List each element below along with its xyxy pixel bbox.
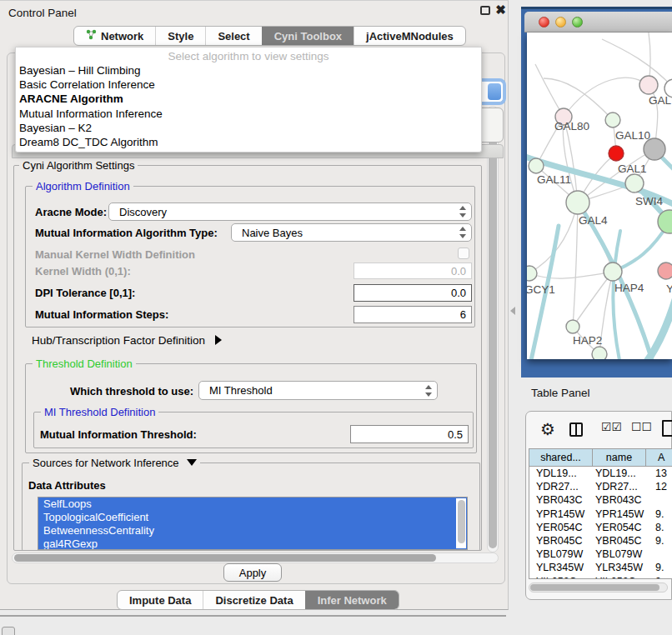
table-cell[interactable]: 12: [646, 480, 672, 493]
table-cell[interactable]: YER054C: [593, 521, 646, 534]
table-cell[interactable]: YIL052C: [593, 575, 646, 580]
data-attribute-item[interactable]: SelfLoops: [38, 498, 467, 511]
table-cell[interactable]: 8.: [646, 521, 672, 534]
mi-algorithm-type-combobox[interactable]: Naive Bayes: [231, 223, 472, 242]
table-cell[interactable]: YER054C: [529, 521, 593, 534]
manual-kernel-checkbox[interactable]: [458, 248, 469, 259]
settings-horizontal-scrollbar[interactable]: [12, 552, 499, 563]
node-gal4[interactable]: [566, 191, 589, 214]
node-green-top[interactable]: [605, 112, 620, 128]
table-row[interactable]: YLR345WYLR345W9.: [529, 561, 672, 574]
node-gcy1[interactable]: [527, 266, 537, 281]
close-traffic-light-icon[interactable]: [539, 17, 549, 28]
table-cell[interactable]: YIL052C: [529, 575, 593, 580]
data-attribute-item[interactable]: TopologicalCoefficient: [38, 511, 467, 524]
close-window-icon[interactable]: ✖: [495, 4, 506, 15]
column-header-partial[interactable]: A: [646, 449, 672, 466]
corner-widget-partial[interactable]: [2, 627, 15, 635]
mi-steps-field[interactable]: 6: [354, 306, 472, 323]
select-all-checkboxes-icon[interactable]: ☑☑: [601, 420, 622, 433]
table-row[interactable]: YER054CYER054C8.: [529, 521, 672, 534]
node-gal10-red[interactable]: [609, 146, 624, 161]
table-cell[interactable]: [646, 493, 672, 507]
table-cell[interactable]: YDL19...: [529, 467, 593, 480]
deselect-all-checkboxes-icon[interactable]: ☐☐: [631, 420, 652, 433]
which-threshold-combobox[interactable]: MI Threshold: [198, 381, 438, 400]
table-cell[interactable]: YDL19...: [593, 467, 646, 480]
data-attribute-item[interactable]: gal4RGexp: [38, 538, 467, 550]
tab-cyni-toolbox[interactable]: Cyni Toolbox: [262, 27, 354, 45]
table-row[interactable]: YDL19...YDL19...13: [529, 467, 672, 480]
gear-icon[interactable]: ⚙: [540, 419, 555, 439]
table-cell[interactable]: YDR27...: [529, 480, 593, 493]
column-header-name[interactable]: name: [593, 449, 646, 466]
attributes-list-scrollbar[interactable]: [456, 498, 466, 548]
tab-network[interactable]: Network: [74, 27, 155, 45]
kernel-width-field[interactable]: 0.0: [354, 262, 472, 279]
table-cell[interactable]: YBR043C: [529, 493, 593, 507]
scrollbar-thumb[interactable]: [489, 108, 497, 548]
settings-vertical-scrollbar[interactable]: [487, 106, 499, 552]
scrollbar-thumb[interactable]: [530, 584, 659, 591]
table-row[interactable]: YBR043CYBR043C: [529, 493, 672, 507]
table-cell[interactable]: 9.: [646, 561, 672, 574]
tab-select[interactable]: Select: [205, 27, 261, 45]
algorithm-option[interactable]: Dream8 DC_TDC Algorithm: [16, 135, 481, 149]
tab-jactivemnodules[interactable]: jActiveMNodules: [354, 27, 465, 45]
node-gal11[interactable]: [529, 158, 544, 173]
panel-divider-handle[interactable]: [510, 307, 515, 315]
minimize-traffic-light-icon[interactable]: [555, 17, 566, 28]
hub-definition-expander[interactable]: Hub/Transcription Factor Definition: [32, 334, 222, 347]
tab-impute-data[interactable]: Impute Data: [118, 591, 203, 609]
algorithm-option[interactable]: Bayesian – K2: [16, 121, 481, 135]
node-gal1[interactable]: [625, 174, 644, 192]
algorithm-option[interactable]: Basic Correlation Inference: [16, 78, 481, 92]
table-row[interactable]: YDR27...YDR27...12: [529, 480, 672, 493]
dpi-tolerance-field[interactable]: 0.0: [354, 284, 472, 302]
table-cell[interactable]: YPR145W: [593, 508, 646, 521]
table-cell[interactable]: YBR043C: [593, 493, 646, 507]
table-cell[interactable]: 13: [646, 467, 672, 480]
scrollbar-thumb[interactable]: [14, 554, 436, 562]
algorithm-option[interactable]: ARACNE Algorithm: [16, 92, 481, 106]
table-cell[interactable]: YBR045C: [529, 534, 593, 548]
table-cell[interactable]: YBL079W: [529, 548, 593, 561]
table-cell[interactable]: YLR345W: [529, 561, 593, 574]
algorithm-option[interactable]: Bayesian – Hill Climbing: [16, 63, 481, 78]
mi-threshold-field[interactable]: 0.5: [350, 425, 469, 443]
tab-style[interactable]: Style: [155, 27, 205, 45]
node-hap2[interactable]: [566, 320, 579, 333]
network-window-titlebar[interactable]: [524, 12, 672, 32]
table-row[interactable]: YBR045CYBR045C9.: [529, 534, 672, 548]
table-horizontal-scrollbar[interactable]: [529, 582, 668, 592]
scrollbar-thumb[interactable]: [458, 500, 465, 543]
node-gal-pink-top[interactable]: [639, 76, 658, 94]
table-row[interactable]: YPR145WYPR145W9.: [529, 508, 672, 521]
tab-infer-network[interactable]: Infer Network: [305, 591, 399, 609]
node-salmon[interactable]: [658, 262, 672, 279]
zoom-traffic-light-icon[interactable]: [572, 17, 583, 28]
float-window-icon[interactable]: [480, 6, 490, 15]
table-cell[interactable]: [646, 548, 672, 561]
table-row[interactable]: YBL079WYBL079W: [529, 548, 672, 561]
aracne-mode-combobox[interactable]: Discovery: [108, 202, 472, 221]
data-attribute-item[interactable]: BetweennessCentrality: [38, 524, 467, 538]
network-canvas[interactable]: GAL80GAL10GALGAL11GAL1SWI4GAL4GCY1HAP4YH…: [527, 32, 672, 359]
table-cell[interactable]: 9.: [646, 508, 672, 521]
apply-button[interactable]: Apply: [223, 563, 282, 582]
node-green-bottom[interactable]: [592, 347, 607, 359]
export-table-icon[interactable]: [662, 420, 672, 437]
tab-discretize-data[interactable]: Discretize Data: [203, 591, 304, 609]
table-row[interactable]: YIL052CYIL052C9: [529, 575, 672, 580]
columns-icon[interactable]: [569, 422, 583, 437]
algorithm-option[interactable]: Mutual Information Inference: [16, 107, 481, 121]
table-cell[interactable]: YPR145W: [529, 508, 593, 521]
node-hap4[interactable]: [604, 262, 622, 281]
table-cell[interactable]: YBR045C: [593, 534, 646, 548]
table-cell[interactable]: YLR345W: [593, 561, 646, 574]
table-cell[interactable]: 9.: [646, 534, 672, 548]
sources-title[interactable]: Sources for Network Inference: [29, 457, 200, 469]
table-cell[interactable]: YDR27...: [593, 480, 646, 493]
table-cell[interactable]: 9: [646, 575, 672, 580]
table-cell[interactable]: YBL079W: [593, 548, 646, 561]
